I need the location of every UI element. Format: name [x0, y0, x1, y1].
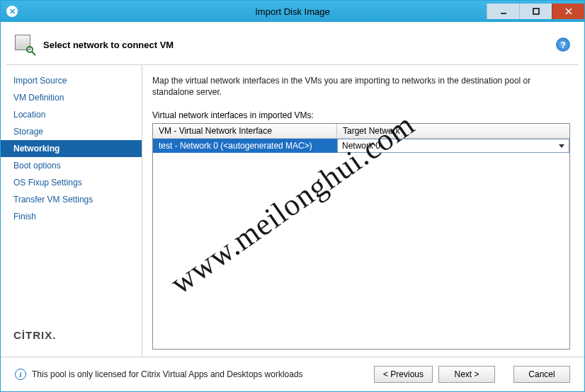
main-panel: Map the virtual network interfaces in th…	[142, 65, 584, 357]
svg-rect-1	[533, 8, 539, 14]
next-button[interactable]: Next >	[438, 366, 495, 383]
step-finish[interactable]: Finish	[1, 208, 142, 225]
chevron-down-icon	[559, 144, 564, 148]
step-boot-options[interactable]: Boot options	[1, 157, 142, 174]
step-networking[interactable]: Networking	[1, 140, 142, 157]
step-location[interactable]: Location	[1, 106, 142, 123]
wizard-window: ✕ Import Disk Image Select network to co…	[0, 0, 585, 392]
network-interfaces-table: VM - Virtual Network Interface Target Ne…	[152, 123, 570, 350]
step-storage[interactable]: Storage	[1, 123, 142, 140]
page-title: Select network to connect VM	[43, 40, 174, 50]
description-text: Map the virtual network interfaces in th…	[152, 75, 549, 98]
import-disk-icon	[15, 35, 35, 54]
target-network-dropdown[interactable]: Network 0	[337, 139, 569, 153]
table-row[interactable]: test - Network 0 (<autogenerated MAC>) N…	[153, 139, 569, 153]
footer-buttons: < Previous Next > Cancel	[374, 366, 570, 383]
step-vm-definition[interactable]: VM Definition	[1, 89, 142, 106]
step-os-fixup[interactable]: OS Fixup Settings	[1, 174, 142, 191]
wizard-body: Import Source VM Definition Location Sto…	[1, 65, 584, 357]
info-icon: i	[15, 369, 26, 380]
system-menu-icon[interactable]: ✕	[6, 6, 18, 17]
title-bar: ✕ Import Disk Image	[1, 1, 584, 22]
citrix-brand: CİTRIX.	[1, 329, 142, 350]
cancel-button[interactable]: Cancel	[513, 366, 570, 383]
svg-line-5	[32, 52, 35, 55]
wizard-steps-sidebar: Import Source VM Definition Location Sto…	[1, 65, 142, 357]
previous-button[interactable]: < Previous	[374, 366, 433, 383]
svg-point-4	[27, 47, 33, 52]
window-buttons	[487, 4, 584, 19]
step-transfer-vm[interactable]: Transfer VM Settings	[1, 191, 142, 208]
wizard-header: Select network to connect VM ?	[1, 22, 584, 64]
license-info: i This pool is only licensed for Citrix …	[15, 369, 303, 380]
cell-interface: test - Network 0 (<autogenerated MAC>)	[153, 139, 337, 153]
close-button[interactable]	[552, 4, 584, 19]
maximize-button[interactable]	[519, 4, 552, 19]
col-target-network[interactable]: Target Network	[337, 124, 569, 138]
table-header: VM - Virtual Network Interface Target Ne…	[153, 124, 569, 139]
step-import-source[interactable]: Import Source	[1, 72, 142, 89]
wizard-footer: i This pool is only licensed for Citrix …	[1, 357, 584, 391]
table-label: Virtual network interfaces in imported V…	[152, 110, 570, 120]
table-body: test - Network 0 (<autogenerated MAC>) N…	[153, 139, 569, 349]
minimize-button[interactable]	[487, 4, 519, 19]
help-icon[interactable]: ?	[556, 38, 570, 52]
dropdown-value: Network 0	[342, 141, 380, 151]
license-text: This pool is only licensed for Citrix Vi…	[32, 369, 303, 379]
col-vm-interface[interactable]: VM - Virtual Network Interface	[153, 124, 337, 138]
